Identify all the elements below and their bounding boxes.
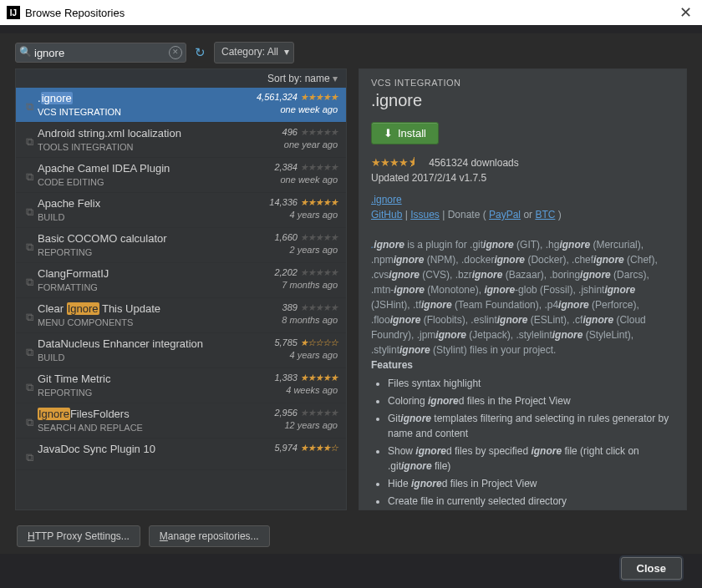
detail-category: VCS INTEGRATION xyxy=(371,78,674,88)
plugin-link[interactable]: .ignore xyxy=(371,194,402,205)
list-item[interactable]: ⧉ IgnoreFilesFoldersSEARCH AND REPLACE 2… xyxy=(16,403,346,438)
list-item[interactable]: ⧉ ClangFormatIJFORMATTING 2,202 ★★★★★7 m… xyxy=(16,263,346,298)
features-list: Files syntax highlightColoring ignored f… xyxy=(371,376,674,510)
list-item[interactable]: ⧉ Android string.xml localizationTOOLS I… xyxy=(16,123,346,158)
detail-panel: VCS INTEGRATION .ignore ⬇ Install ★★★★⯨ … xyxy=(359,68,687,510)
feature-item: Gitignore templates filtering and select… xyxy=(388,411,674,441)
drag-icon: ⧉ xyxy=(21,232,38,257)
search-input[interactable] xyxy=(15,43,186,63)
drag-icon: ⧉ xyxy=(21,408,38,433)
issues-link[interactable]: Issues xyxy=(410,209,440,220)
list-item[interactable]: ⧉ Apache FelixBUILD 14,336 ★★★★★4 years … xyxy=(16,193,346,228)
proxy-button[interactable]: HTTP Proxy Settings... xyxy=(17,525,140,547)
list-item[interactable]: ⧉ Git Time MetricREPORTING 1,383 ★★★★★4 … xyxy=(16,368,346,403)
manage-button[interactable]: Manage repositories... xyxy=(149,525,270,547)
titlebar: IJ Browse Repositories ✕ xyxy=(0,0,702,25)
list-item[interactable]: ⧉ Apache Camel IDEA PluginCODE EDITING 2… xyxy=(16,158,346,193)
install-button[interactable]: ⬇ Install xyxy=(371,122,439,144)
app-icon: IJ xyxy=(7,6,20,19)
feature-item: Coloring ignored files in the Project Vi… xyxy=(388,393,674,408)
features-heading: Features xyxy=(371,359,413,371)
drag-icon: ⧉ xyxy=(21,162,38,187)
list-item[interactable]: ⧉ DataNucleus Enhancer integrationBUILD … xyxy=(16,333,346,368)
drag-icon: ⧉ xyxy=(21,302,38,327)
drag-icon: ⧉ xyxy=(21,337,38,362)
drag-icon: ⧉ xyxy=(21,443,38,464)
list-item[interactable]: ⧉ JavaDoc Sync Plugin 10 5,974 ★★★★☆ xyxy=(16,438,346,470)
github-link[interactable]: GitHub xyxy=(371,209,402,220)
refresh-icon[interactable]: ↻ xyxy=(195,45,206,60)
search-icon: 🔍 xyxy=(19,46,32,58)
detail-title: .ignore xyxy=(371,91,674,110)
clear-icon[interactable]: ✕ xyxy=(169,46,182,59)
description-text: .ignore is a plugin for .gitignore (GIT)… xyxy=(371,237,674,357)
feature-item: Hide ignored files in Project View xyxy=(388,476,674,491)
list-item[interactable]: ⧉ Basic COCOMO calculatorREPORTING 1,660… xyxy=(16,228,346,263)
feature-item: Create file in currently selected direct… xyxy=(388,494,674,509)
drag-icon: ⧉ xyxy=(21,373,38,398)
rating-stars: ★★★★⯨ xyxy=(371,156,418,169)
sort-dropdown[interactable]: Sort by: name xyxy=(16,69,346,88)
close-icon[interactable]: ✕ xyxy=(676,3,695,22)
drag-icon: ⧉ xyxy=(21,197,38,222)
list-item[interactable]: ⧉ .ignoreVCS INTEGRATION 4,561,324 ★★★★★… xyxy=(16,88,346,123)
paypal-link[interactable]: PayPal xyxy=(489,209,521,220)
download-icon: ⬇ xyxy=(384,127,393,139)
download-count: 4561324 downloads xyxy=(429,157,518,169)
drag-icon: ⧉ xyxy=(21,267,38,292)
close-button[interactable]: Close xyxy=(621,557,682,580)
toolbar: 🔍 ✕ ↻ Category: All xyxy=(0,33,702,68)
drag-icon: ⧉ xyxy=(21,92,38,117)
feature-item: Show ignored files by specified ignore f… xyxy=(388,444,674,474)
list-item[interactable]: ⧉ Clear Ignore This UpdateMENU COMPONENT… xyxy=(16,298,346,333)
drag-icon: ⧉ xyxy=(21,127,38,152)
feature-item: Files syntax highlight xyxy=(388,376,674,391)
updated-label: Updated 2017/2/14 v1.7.5 xyxy=(371,172,674,184)
category-dropdown[interactable]: Category: All xyxy=(214,42,294,63)
plugin-list: ⧉ .ignoreVCS INTEGRATION 4,561,324 ★★★★★… xyxy=(16,88,346,509)
btc-link[interactable]: BTC xyxy=(535,209,555,220)
window-title: Browse Repositories xyxy=(25,7,125,19)
